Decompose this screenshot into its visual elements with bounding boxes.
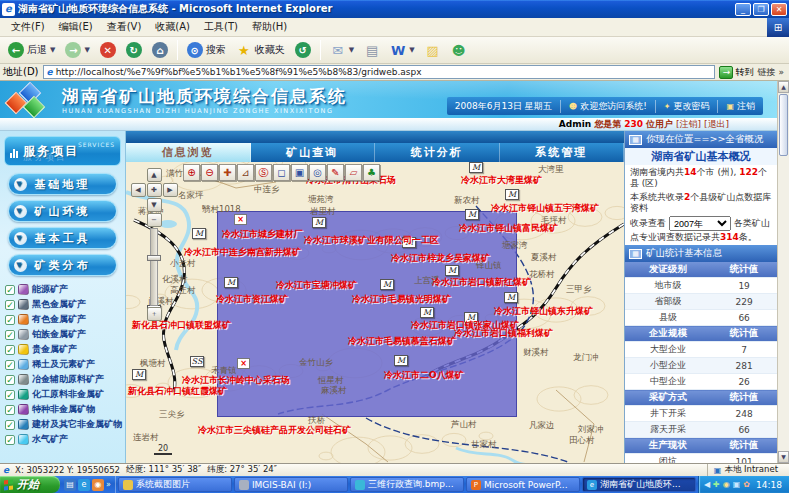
favorites-button[interactable]: ★收藏夹 (232, 41, 289, 59)
mine-name-label[interactable]: 冷水江市铎山镇五宇湾煤矿 (491, 202, 599, 215)
quick-launch-expand-icon[interactable]: » (106, 480, 111, 489)
history-button[interactable]: ↺ (291, 41, 315, 59)
update-tray-icon[interactable]: ✿ (743, 480, 750, 489)
taskbar-task-湖南省矿山地质环...[interactable]: e湖南省矿山地质环... (582, 477, 696, 492)
layer-checkbox[interactable]: ✓ (5, 390, 15, 400)
mine-name-label[interactable]: 冷水江市球溪矿业有限公司一工区 (304, 234, 439, 247)
language-tray-icon[interactable]: ◀ (704, 480, 710, 489)
dropdown-arrow-icon[interactable]: ▼ (84, 46, 89, 54)
sidebar-button-基础地理[interactable]: ▼基础地理 (8, 173, 117, 195)
taskbar-task-三维行政查询.bmp...[interactable]: 三维行政查询.bmp... (350, 477, 464, 492)
mine-point-marker[interactable]: M (394, 355, 408, 366)
layer-checkbox[interactable]: ✓ (5, 285, 15, 295)
mine-point-marker[interactable]: M (132, 369, 146, 380)
mine-point-marker[interactable]: M (445, 265, 459, 276)
layer-tree-tool[interactable]: ♣ (363, 164, 380, 181)
tab-矿山查询[interactable]: 矿山查询 (251, 143, 376, 162)
mine-name-label[interactable]: 冷水江市大湾里煤矿 (461, 174, 542, 187)
map-canvas[interactable]: ▲ ◀ ✚ ▶ ▼ − ＋ ⊕⊖✚⊿Ⓢ◻▣◎✎▱♣ 2 (126, 162, 624, 463)
mine-name-label[interactable]: 新化县石冲口镇红霞煤矿 (128, 385, 227, 398)
layer-checkbox[interactable]: ✓ (5, 375, 15, 385)
layer-item-黑色金属矿产[interactable]: ✓黑色金属矿产 (0, 297, 125, 312)
taskbar-task-IMGIS-BAI (I:)[interactable]: IMGIS-BAI (I:) (234, 477, 348, 492)
layer-checkbox[interactable]: ✓ (5, 360, 15, 370)
scroll-thumb[interactable] (779, 94, 788, 156)
home-button[interactable]: ⌂ (148, 41, 172, 59)
mine-point-marker[interactable]: M (420, 307, 434, 318)
mine-name-label[interactable]: 冷水江市城乡建材厂 (222, 228, 303, 241)
dropdown-arrow-icon[interactable]: ▼ (409, 46, 414, 54)
tab-系统管理[interactable]: 系统管理 (500, 143, 625, 162)
mine-point-marker[interactable]: M (465, 209, 479, 220)
pan-tool[interactable]: ✚ (219, 164, 236, 181)
mine-point-marker[interactable]: M (312, 217, 326, 228)
mine-name-label[interactable]: 冷水江市岩口镇福利煤矿 (454, 327, 553, 340)
mine-point-marker[interactable]: M (504, 292, 518, 303)
select-rect-tool[interactable]: ◻ (273, 164, 290, 181)
zoom-in-button[interactable]: ＋ (147, 307, 162, 321)
ie-quicklaunch-icon[interactable]: e (78, 479, 90, 491)
taskbar-clock[interactable]: 14:18 (756, 480, 782, 490)
layer-item-稀土及元素矿产[interactable]: ✓稀土及元素矿产 (0, 357, 125, 372)
edit-button[interactable]: W▼ (386, 41, 418, 59)
mine-point-marker[interactable]: M (505, 189, 519, 200)
tab-统计分析[interactable]: 统计分析 (375, 143, 500, 162)
zoom-in-tool[interactable]: ⊕ (183, 164, 200, 181)
layer-item-有色金属矿产[interactable]: ✓有色金属矿产 (0, 312, 125, 327)
links-menu[interactable]: 链接» (757, 66, 786, 79)
tab-信息浏览[interactable]: 信息浏览 (126, 143, 251, 162)
logoff-link[interactable]: [注销] (676, 118, 701, 131)
mine-point-marker[interactable]: M (469, 162, 483, 173)
taskbar-task-Microsoft PowerP...[interactable]: PMicrosoft PowerP... (466, 477, 580, 492)
change-password-link[interactable]: ✦更改密码 (655, 100, 718, 113)
address-input[interactable]: e http://localhost/%e7%9f%bf%e5%b1%b1%e5… (43, 65, 716, 79)
mine-name-label[interactable]: 冷水江市二O八煤矿 (384, 369, 464, 382)
mine-name-label[interactable]: 冷水江市三尖镇硅产品开发公司硅石矿 (198, 424, 351, 437)
close-selection-icon[interactable]: × (234, 214, 247, 225)
select-circle-tool[interactable]: Ⓢ (255, 164, 272, 181)
menu-item-文件(F)[interactable]: 文件(F) (4, 20, 52, 34)
zoom-slider-handle[interactable] (147, 255, 161, 261)
select-feature-tool[interactable]: ▣ (291, 164, 308, 181)
pan-down-button[interactable]: ▼ (147, 198, 162, 212)
layer-checkbox[interactable]: ✓ (5, 345, 15, 355)
mine-name-label[interactable]: 冷水江市毛易镇光明煤矿 (352, 293, 451, 306)
mine-point-marker[interactable]: M (224, 277, 238, 288)
pan-left-button[interactable]: ◀ (131, 183, 146, 197)
layer-item-水气矿产[interactable]: ✓水气矿产 (0, 432, 125, 447)
sidebar-button-矿类分布[interactable]: ▼矿类分布 (8, 254, 117, 276)
year-select[interactable]: 2007年 (669, 216, 731, 231)
search-button[interactable]: ⊙搜索 (183, 41, 230, 59)
layer-checkbox[interactable]: ✓ (5, 405, 15, 415)
pan-up-button[interactable]: ▲ (147, 168, 162, 182)
volume-tray-icon[interactable]: ◉ (723, 480, 730, 489)
network-tray-icon[interactable]: ▣ (733, 480, 741, 489)
mine-name-label[interactable]: 冷水江市宝塘冲煤矿 (276, 279, 357, 292)
zoom-box-tool[interactable]: ◎ (309, 164, 326, 181)
mine-name-label[interactable]: 冷水江市梓龙乡吴家煤矿 (391, 252, 490, 265)
menu-item-查看(V)[interactable]: 查看(V) (100, 20, 149, 34)
page-scrollbar[interactable]: ▲ ▼ (777, 81, 789, 463)
stop-button[interactable]: ✕ (96, 41, 120, 59)
center-map-button[interactable]: ✚ (147, 183, 162, 197)
refresh-button[interactable]: ↻ (122, 41, 146, 59)
sidebar-button-基本工具[interactable]: ▼基本工具 (8, 227, 117, 249)
restore-button[interactable]: ❐ (753, 3, 769, 16)
menu-item-帮助(H)[interactable]: 帮助(H) (245, 20, 294, 34)
antivirus-tray-icon[interactable]: ✚ (713, 480, 720, 489)
mine-name-label[interactable]: 冷水江市毛易镇慕盖石煤矿 (348, 335, 456, 348)
scroll-down-arrow[interactable]: ▼ (778, 451, 789, 463)
quarry-point-marker[interactable]: SS (190, 356, 204, 367)
menu-item-编辑(E)[interactable]: 编辑(E) (52, 20, 100, 34)
taskbar-task-系统截图图片[interactable]: 系统截图图片 (118, 477, 232, 492)
print-button[interactable]: ▤ (360, 41, 384, 59)
layer-checkbox[interactable]: ✓ (5, 300, 15, 310)
mine-name-label[interactable]: 冷水江市铎山镇东升煤矿 (494, 305, 593, 318)
layer-checkbox[interactable]: ✓ (5, 315, 15, 325)
layer-item-冶金辅助原料矿产[interactable]: ✓冶金辅助原料矿产 (0, 372, 125, 387)
menu-item-收藏(A)[interactable]: 收藏(A) (148, 20, 197, 34)
minimize-button[interactable]: _ (735, 3, 751, 16)
sidebar-button-矿山环境[interactable]: ▼矿山环境 (8, 200, 117, 222)
dropdown-arrow-icon[interactable]: ▼ (349, 46, 354, 54)
measure-tool[interactable]: ⊿ (237, 164, 254, 181)
